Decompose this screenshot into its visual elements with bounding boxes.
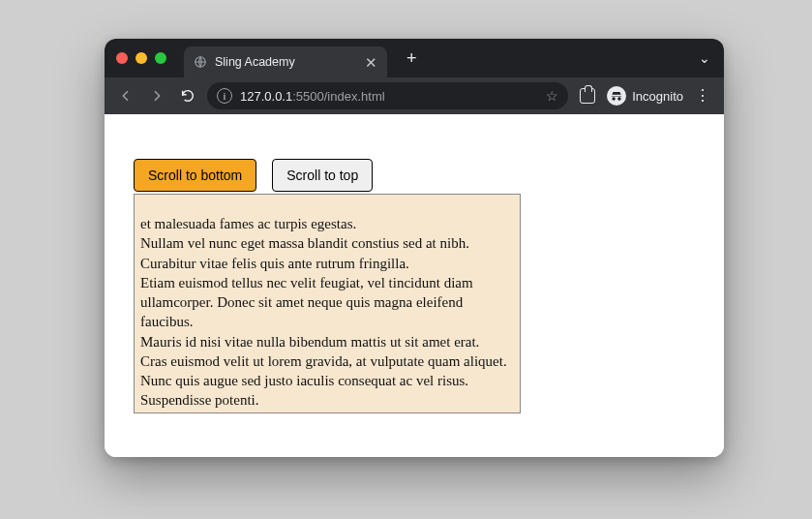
- url-host: 127.0.0.1: [240, 89, 292, 104]
- text-line: Nunc quis augue sed justo iaculis conseq…: [140, 371, 514, 390]
- scrollable-text-box[interactable]: et malesuada fames ac turpis egestas.Nul…: [134, 194, 521, 413]
- forward-button[interactable]: [145, 84, 168, 107]
- browser-menu-button[interactable]: ⋮: [691, 84, 714, 107]
- window-minimize-button[interactable]: [135, 52, 147, 64]
- url-text: 127.0.0.1:5500/index.html: [240, 89, 538, 104]
- text-line: Mauris id nisi vitae nulla bibendum matt…: [140, 332, 514, 351]
- extensions-button[interactable]: [576, 84, 599, 107]
- page-viewport: Scroll to bottom Scroll to top et malesu…: [105, 114, 724, 457]
- globe-icon: [194, 55, 207, 69]
- reload-button[interactable]: [176, 84, 199, 107]
- button-row: Scroll to bottom Scroll to top: [134, 159, 695, 192]
- tab-close-button[interactable]: ✕: [365, 55, 377, 70]
- text-line: Nullam vel nunc eget massa blandit const…: [140, 233, 514, 253]
- tabs-dropdown-button[interactable]: ⌄: [699, 50, 712, 66]
- scroll-to-top-button[interactable]: Scroll to top: [272, 159, 373, 192]
- address-bar[interactable]: i 127.0.0.1:5500/index.html ☆: [207, 82, 568, 109]
- site-info-icon[interactable]: i: [217, 88, 232, 104]
- incognito-indicator[interactable]: Incognito: [607, 86, 683, 106]
- back-button[interactable]: [114, 84, 137, 107]
- browser-tab[interactable]: Sling Academy ✕: [184, 46, 387, 77]
- puzzle-icon: [580, 88, 595, 104]
- text-line: et malesuada fames ac turpis egestas.: [140, 214, 514, 233]
- text-line: Cras euismod velit ut lorem gravida, at …: [140, 351, 514, 371]
- window-controls: [116, 52, 166, 64]
- window-maximize-button[interactable]: [155, 52, 166, 64]
- new-tab-button[interactable]: +: [403, 49, 421, 67]
- browser-toolbar: i 127.0.0.1:5500/index.html ☆ Incognito …: [105, 77, 724, 114]
- incognito-label: Incognito: [632, 89, 683, 104]
- page-content: Scroll to bottom Scroll to top et malesu…: [105, 114, 724, 433]
- text-line: Suspendisse potenti.: [140, 390, 514, 410]
- incognito-icon: [607, 86, 626, 106]
- tab-title: Sling Academy: [215, 55, 357, 69]
- url-path: :5500/index.html: [292, 89, 384, 104]
- titlebar: Sling Academy ✕ + ⌄: [105, 39, 724, 77]
- scroll-to-bottom-button[interactable]: Scroll to bottom: [134, 159, 256, 192]
- bookmark-star-icon[interactable]: ☆: [546, 88, 558, 104]
- text-line: Etiam euismod tellus nec velit feugiat, …: [140, 273, 514, 332]
- text-line: Curabitur vitae felis quis ante rutrum f…: [140, 254, 514, 273]
- window-close-button[interactable]: [116, 52, 128, 64]
- browser-window: Sling Academy ✕ + ⌄ i 127.0.0.1:5500/ind…: [105, 39, 724, 457]
